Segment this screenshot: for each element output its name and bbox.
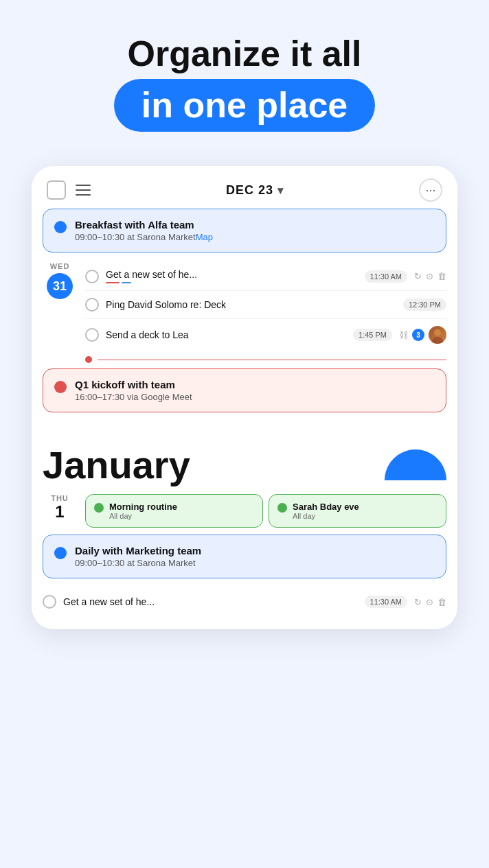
kickoff-time: 16:00–17:30 via Google Meet — [75, 392, 192, 402]
breakfast-subtitle: 09:00–10:30 at Sarona Market Map — [75, 232, 213, 242]
jan-day-name: THU — [51, 494, 69, 502]
underline-red — [106, 282, 120, 283]
avatar-image — [429, 326, 446, 344]
day-label-thu: THU 1 — [43, 494, 77, 521]
january-header: January — [32, 436, 457, 487]
app-body: Breakfast with Alfa team 09:00–10:30 at … — [32, 209, 457, 436]
task-underlines-1 — [106, 282, 358, 283]
task-text-2: Ping David Solomo re: Deck — [106, 299, 396, 310]
day-name-wed: WED — [50, 262, 70, 270]
more-button[interactable]: ··· — [419, 178, 442, 202]
task-text-wrap-1: Get a new set of he... — [106, 269, 358, 283]
task-icons-3: ⛓ 3 — [399, 326, 446, 344]
kickoff-subtitle: 16:00–17:30 via Google Meet — [75, 392, 192, 402]
jan-trash-icon: 🗑 — [437, 597, 446, 607]
january-title: January — [43, 443, 190, 487]
morning-routine-card[interactable]: Morning routine All day — [85, 494, 263, 528]
jan-pin-icon: ⊙ — [426, 597, 433, 607]
chevron-down-icon: ▾ — [277, 184, 284, 197]
kickoff-event-content: Q1 kickoff with team 16:00–17:30 via Goo… — [75, 379, 192, 402]
header-left — [47, 180, 91, 200]
daily-event-subtitle: 09:00–10:30 at Sarona Market — [75, 558, 201, 568]
breakfast-event-card[interactable]: Breakfast with Alfa team 09:00–10:30 at … — [43, 209, 446, 253]
thu-1-section: THU 1 Morning routine All day Sarah Bday… — [32, 487, 457, 535]
morning-routine-content: Morning routine All day — [109, 502, 177, 520]
day-tasks-wed: Get a new set of he... 11:30 AM ↻ ⊙ 🗑 — [85, 262, 446, 351]
sarah-bday-content: Sarah Bday eve All day — [293, 502, 359, 520]
hero-title-line2: in one place — [141, 85, 348, 125]
morning-routine-title: Morning routine — [109, 502, 177, 512]
refresh-icon: ↻ — [414, 271, 422, 281]
event-dot-red — [54, 381, 67, 393]
allday-events-row: Morning routine All day Sarah Bday eve A… — [85, 494, 446, 528]
task-time-2: 12:30 PM — [403, 298, 446, 311]
more-icon: ··· — [425, 183, 435, 198]
map-link[interactable]: Map — [196, 232, 213, 242]
sarah-bday-card[interactable]: Sarah Bday eve All day — [269, 494, 446, 528]
day-circle-31: 31 — [47, 273, 73, 299]
hero-section: Organize it all in one place — [100, 0, 389, 152]
date-title[interactable]: DEC 23 ▾ — [226, 183, 284, 198]
event-dot-blue — [54, 221, 67, 233]
hamburger-icon[interactable] — [76, 185, 91, 196]
jan-day-num: 1 — [55, 502, 64, 521]
kickoff-event-card[interactable]: Q1 kickoff with team 16:00–17:30 via Goo… — [43, 368, 446, 412]
breakfast-title: Breakfast with Alfa team — [75, 219, 213, 231]
jan-day-content: Morning routine All day Sarah Bday eve A… — [85, 494, 446, 535]
task-time-1: 11:30 AM — [365, 270, 407, 283]
sarah-bday-sub: All day — [293, 512, 359, 520]
daily-event-time: 09:00–10:30 at Sarona Market — [75, 558, 196, 568]
underline-blue — [122, 282, 131, 283]
task-checkbox-1[interactable] — [85, 270, 99, 283]
jan-tasks: Get a new set of he... 11:30 AM ↻ ⊙ 🗑 — [32, 588, 457, 615]
jan-task-icons-1: ↻ ⊙ 🗑 — [414, 597, 446, 607]
allday-dot-green-2 — [277, 503, 287, 513]
task-text-1: Get a new set of he... — [106, 269, 358, 280]
jan-refresh-icon: ↻ — [414, 597, 422, 607]
morning-routine-sub: All day — [109, 512, 177, 520]
hero-pill: in one place — [114, 79, 376, 132]
jan-task-text-1: Get a new set of he... — [63, 596, 358, 607]
sarah-bday-title: Sarah Bday eve — [293, 502, 359, 512]
task-row-1[interactable]: Get a new set of he... 11:30 AM ↻ ⊙ 🗑 — [85, 262, 446, 291]
avatar — [429, 326, 446, 344]
task-text-3: Send a deck to Lea — [106, 329, 346, 340]
bottom-fade — [32, 615, 457, 629]
time-hr — [98, 360, 446, 361]
daily-event-dot — [54, 547, 67, 559]
breakfast-time: 09:00–10:30 at Sarona Market — [75, 232, 196, 242]
jan-task-time-1: 11:30 AM — [365, 596, 407, 608]
current-time-line — [43, 356, 446, 363]
breakfast-event-content: Breakfast with Alfa team 09:00–10:30 at … — [75, 219, 213, 242]
task-row-3[interactable]: Send a deck to Lea 1:45 PM ⛓ 3 — [85, 319, 446, 351]
task-row-2[interactable]: Ping David Solomo re: Deck 12:30 PM — [85, 291, 446, 319]
allday-dot-green-1 — [94, 503, 104, 513]
header-date: DEC 23 — [226, 183, 273, 198]
badge-3: 3 — [412, 329, 424, 341]
daily-event-card[interactable]: Daily with Marketing team 09:00–10:30 at… — [43, 535, 446, 578]
task-checkbox-2[interactable] — [85, 298, 99, 312]
jan-task-row-1[interactable]: Get a new set of he... 11:30 AM ↻ ⊙ 🗑 — [43, 588, 446, 615]
app-card: DEC 23 ▾ ··· Breakfast with Alfa team 09… — [32, 166, 457, 629]
trash-icon: 🗑 — [437, 271, 446, 281]
task-time-3: 1:45 PM — [353, 329, 392, 341]
hero-title-line1: Organize it all — [114, 34, 376, 73]
kickoff-title: Q1 kickoff with team — [75, 379, 192, 390]
link-icon: ⛓ — [399, 330, 408, 340]
task-icons-1: ↻ ⊙ 🗑 — [414, 271, 446, 281]
daily-event-content: Daily with Marketing team 09:00–10:30 at… — [75, 545, 201, 568]
square-icon[interactable] — [47, 180, 66, 200]
app-header: DEC 23 ▾ ··· — [32, 166, 457, 209]
pin-icon: ⊙ — [426, 271, 433, 281]
jan-task-checkbox-1[interactable] — [43, 595, 56, 609]
task-checkbox-3[interactable] — [85, 328, 99, 342]
daily-event-title: Daily with Marketing team — [75, 545, 201, 556]
january-decoration — [385, 449, 446, 480]
time-dot — [85, 356, 92, 363]
wed-31-section: WED 31 Get a new set of he... 11:30 AM — [43, 262, 446, 351]
day-label-wed: WED 31 — [43, 262, 77, 299]
